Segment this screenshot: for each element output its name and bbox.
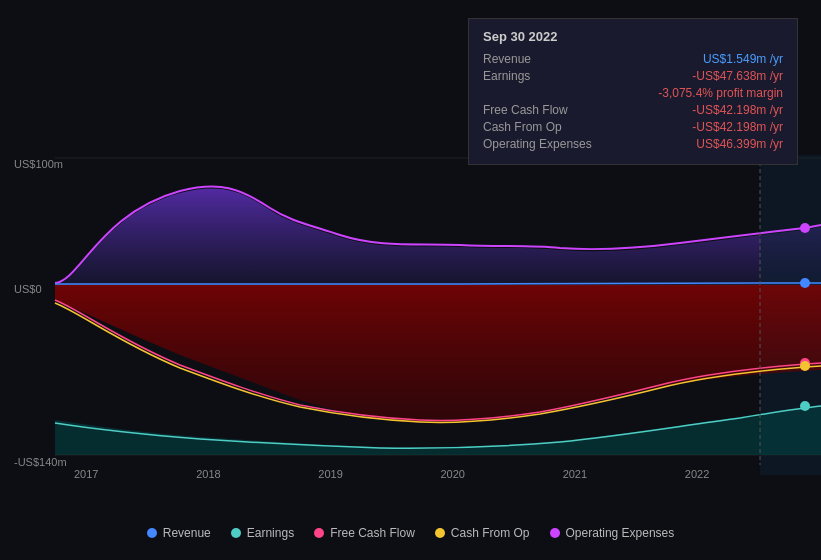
- x-label-2022: 2022: [685, 468, 709, 480]
- svg-point-3: [800, 278, 810, 288]
- svg-point-6: [800, 361, 810, 371]
- tooltip-date: Sep 30 2022: [483, 29, 783, 44]
- legend-fcf[interactable]: Free Cash Flow: [314, 526, 415, 540]
- legend-earnings[interactable]: Earnings: [231, 526, 294, 540]
- tooltip-revenue-value: US$1.549m /yr: [703, 52, 783, 66]
- tooltip-cashop-label: Cash From Op: [483, 120, 562, 134]
- tooltip-fcf-value: -US$42.198m /yr: [692, 103, 783, 117]
- legend-fcf-dot: [314, 528, 324, 538]
- tooltip-cashop-row: Cash From Op -US$42.198m /yr: [483, 120, 783, 134]
- tooltip-earnings-row: Earnings -US$47.638m /yr: [483, 69, 783, 83]
- legend-cashop[interactable]: Cash From Op: [435, 526, 530, 540]
- tooltip-revenue-row: Revenue US$1.549m /yr: [483, 52, 783, 66]
- legend-opex-label: Operating Expenses: [566, 526, 675, 540]
- tooltip-revenue-label: Revenue: [483, 52, 531, 66]
- tooltip-margin-row: -3,075.4% profit margin: [483, 86, 783, 100]
- tooltip-panel: Sep 30 2022 Revenue US$1.549m /yr Earnin…: [468, 18, 798, 165]
- x-label-2018: 2018: [196, 468, 220, 480]
- legend-earnings-dot: [231, 528, 241, 538]
- svg-point-4: [800, 223, 810, 233]
- tooltip-opex-value: US$46.399m /yr: [696, 137, 783, 151]
- svg-point-7: [800, 401, 810, 411]
- x-label-2021: 2021: [563, 468, 587, 480]
- legend-revenue-dot: [147, 528, 157, 538]
- x-label-2019: 2019: [318, 468, 342, 480]
- tooltip-margin-value: -3,075.4% profit margin: [658, 86, 783, 100]
- tooltip-earnings-label: Earnings: [483, 69, 530, 83]
- legend-opex[interactable]: Operating Expenses: [550, 526, 675, 540]
- chart-svg: [0, 155, 821, 475]
- legend-revenue-label: Revenue: [163, 526, 211, 540]
- tooltip-opex-row: Operating Expenses US$46.399m /yr: [483, 137, 783, 151]
- legend-fcf-label: Free Cash Flow: [330, 526, 415, 540]
- chart-legend: Revenue Earnings Free Cash Flow Cash Fro…: [0, 526, 821, 540]
- legend-earnings-label: Earnings: [247, 526, 294, 540]
- legend-cashop-dot: [435, 528, 445, 538]
- legend-opex-dot: [550, 528, 560, 538]
- tooltip-opex-label: Operating Expenses: [483, 137, 592, 151]
- x-label-2020: 2020: [440, 468, 464, 480]
- x-axis: 2017 2018 2019 2020 2021 2022: [14, 462, 821, 480]
- legend-revenue[interactable]: Revenue: [147, 526, 211, 540]
- tooltip-earnings-value: -US$47.638m /yr: [692, 69, 783, 83]
- tooltip-cashop-value: -US$42.198m /yr: [692, 120, 783, 134]
- x-label-2017: 2017: [74, 468, 98, 480]
- tooltip-fcf-label: Free Cash Flow: [483, 103, 568, 117]
- tooltip-fcf-row: Free Cash Flow -US$42.198m /yr: [483, 103, 783, 117]
- legend-cashop-label: Cash From Op: [451, 526, 530, 540]
